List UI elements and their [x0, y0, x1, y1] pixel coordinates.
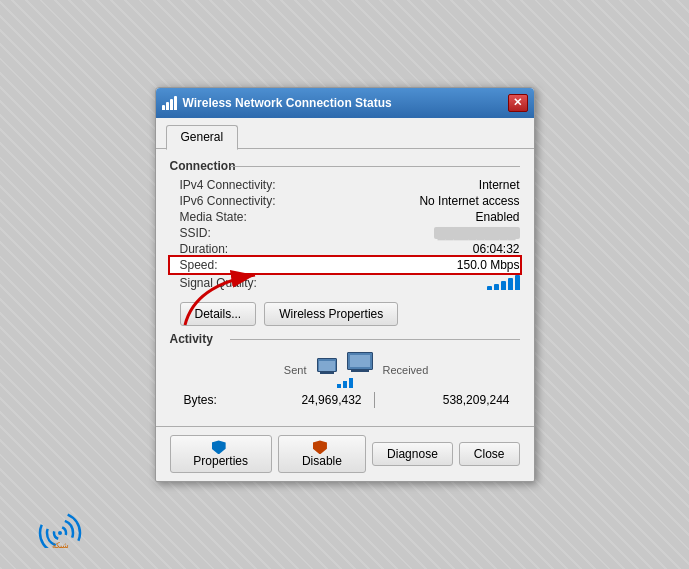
- received-label: Received: [383, 364, 463, 376]
- properties-label: Properties: [193, 454, 248, 468]
- connection-section-label: Connection: [170, 159, 520, 173]
- table-row: Media State: Enabled: [170, 209, 520, 225]
- signal-value: [362, 273, 520, 294]
- ipv6-value: No Internet access: [362, 193, 520, 209]
- tab-general[interactable]: General: [166, 125, 239, 150]
- sent-label: Sent: [227, 364, 307, 376]
- bytes-recv: 538,209,244: [383, 393, 510, 407]
- properties-button[interactable]: Properties: [170, 435, 272, 474]
- diagnose-button[interactable]: Diagnose: [372, 442, 453, 466]
- ipv4-value: Internet: [362, 177, 520, 193]
- table-row: SSID: ██████████: [170, 225, 520, 241]
- table-row: IPv6 Connectivity: No Internet access: [170, 193, 520, 209]
- disable-icon: [313, 440, 327, 454]
- svg-point-4: [58, 531, 62, 535]
- network-title-icon: [162, 96, 177, 110]
- shield-icon: [212, 440, 226, 454]
- activity-signal-bars: [337, 378, 353, 388]
- dialog-window: Wireless Network Connection Status ✕ Gen…: [155, 87, 535, 483]
- connection-buttons: Details... Wireless Properties: [180, 302, 520, 326]
- signal-bars: [487, 274, 520, 290]
- details-button[interactable]: Details...: [180, 302, 257, 326]
- signal-row: Signal Quality:: [170, 273, 520, 294]
- ipv6-key: IPv6 Connectivity:: [170, 193, 363, 209]
- activity-icons-row: Sent: [170, 352, 520, 388]
- title-bar-left: Wireless Network Connection Status: [162, 96, 392, 110]
- disable-button[interactable]: Disable: [278, 435, 366, 474]
- signal-key: Signal Quality:: [170, 273, 363, 294]
- table-row: IPv4 Connectivity: Internet: [170, 177, 520, 193]
- media-key: Media State:: [170, 209, 363, 225]
- close-button[interactable]: Close: [459, 442, 520, 466]
- bottom-right: Close: [459, 442, 520, 466]
- ssid-value: ██████████: [362, 225, 520, 241]
- tab-row: General: [156, 118, 534, 149]
- bytes-divider: [374, 392, 375, 408]
- disable-label: Disable: [302, 454, 342, 468]
- speed-key: Speed:: [170, 257, 363, 273]
- connection-table: IPv4 Connectivity: Internet IPv6 Connect…: [170, 177, 520, 294]
- bytes-sent: 24,969,432: [235, 393, 366, 407]
- ipv4-key: IPv4 Connectivity:: [170, 177, 363, 193]
- ssid-key: SSID:: [170, 225, 363, 241]
- activity-section: Activity Sent: [170, 332, 520, 410]
- network-icon: [317, 352, 373, 388]
- close-title-button[interactable]: ✕: [508, 94, 528, 112]
- logo-area: شبكة: [30, 498, 90, 551]
- duration-value: 06:04:32: [362, 241, 520, 257]
- table-row: Duration: 06:04:32: [170, 241, 520, 257]
- svg-text:شبكة: شبكة: [52, 541, 69, 548]
- signal-label: Si: [180, 276, 191, 290]
- activity-section-label: Activity: [170, 332, 520, 346]
- wireless-properties-button[interactable]: Wireless Properties: [264, 302, 398, 326]
- dialog-content: Connection IPv4 Connectivity: Internet I…: [156, 149, 534, 420]
- media-value: Enabled: [362, 209, 520, 225]
- bytes-key: Bytes:: [180, 393, 235, 407]
- title-bar: Wireless Network Connection Status ✕: [156, 88, 534, 118]
- speed-row: Speed: 150.0 Mbps: [170, 257, 520, 273]
- bytes-row: Bytes: 24,969,432 538,209,244: [170, 390, 520, 410]
- dialog-title: Wireless Network Connection Status: [183, 96, 392, 110]
- site-logo: شبكة: [30, 498, 90, 548]
- bottom-bar: Properties Disable Diagnose Close: [156, 426, 534, 482]
- speed-value: 150.0 Mbps: [362, 257, 520, 273]
- duration-key: Duration:: [170, 241, 363, 257]
